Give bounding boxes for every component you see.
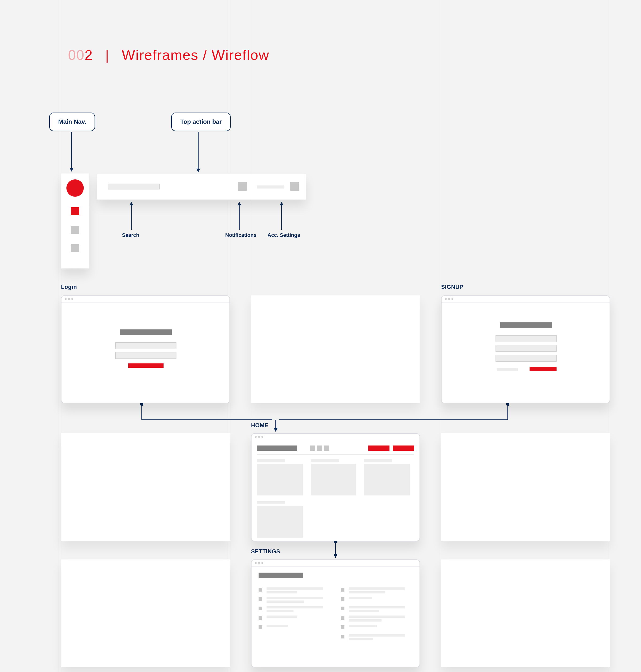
page-number-prefix: 00 <box>68 47 85 63</box>
main-nav-thumbnail <box>61 173 89 268</box>
sublabel-notifications: Notifications <box>225 232 257 238</box>
card-placeholder <box>257 506 303 538</box>
signup-heading-placeholder <box>500 322 552 328</box>
window-chrome <box>62 296 230 303</box>
top-action-bar-thumbnail <box>97 174 306 199</box>
label-settings: SETTINGS <box>251 548 280 555</box>
window-chrome <box>251 434 420 440</box>
blank-panel <box>61 433 230 541</box>
window-signup <box>441 295 610 403</box>
card-placeholder <box>364 464 410 495</box>
card-caption <box>257 459 285 462</box>
login-submit-placeholder <box>128 363 164 368</box>
blank-panel <box>61 559 230 667</box>
settings-column <box>341 586 411 643</box>
signup-submit-placeholder <box>530 367 557 371</box>
page-title-text: Wireframes / Wireflow <box>122 47 269 63</box>
label-login: Login <box>61 284 77 290</box>
nav-item <box>71 244 79 252</box>
card-caption <box>257 501 285 504</box>
settings-heading-placeholder <box>259 573 303 578</box>
title-separator: | <box>105 47 110 63</box>
window-settings <box>251 559 420 667</box>
page-number: 2 <box>85 47 93 63</box>
username-placeholder <box>257 185 284 188</box>
settings-column <box>259 586 329 633</box>
blank-panel <box>441 433 610 541</box>
signup-field-placeholder <box>495 355 557 362</box>
signup-field-placeholder <box>495 335 557 342</box>
label-home: HOME <box>251 422 269 429</box>
window-chrome <box>251 560 420 566</box>
sublabel-search: Search <box>122 232 139 238</box>
divider <box>257 454 414 455</box>
blank-panel <box>441 559 610 667</box>
notifications-icon-placeholder <box>238 182 247 191</box>
account-settings-icon-placeholder <box>290 182 299 191</box>
nav-logo-placeholder <box>66 179 84 197</box>
card-caption <box>311 459 339 462</box>
home-heading-placeholder <box>257 446 297 451</box>
window-home <box>251 433 420 541</box>
card-placeholder <box>311 464 356 495</box>
callout-main-nav: Main Nav. <box>49 113 95 131</box>
wireflow-page: 002 | Wireframes / Wireflow Main Nav. To… <box>0 0 641 672</box>
search-input-placeholder <box>108 184 160 190</box>
card-caption <box>364 459 392 462</box>
signup-field-placeholder <box>495 345 557 352</box>
card-placeholder <box>257 464 303 495</box>
page-title: 002 | Wireframes / Wireflow <box>68 47 269 63</box>
login-field-placeholder <box>115 342 176 349</box>
blank-panel <box>251 295 420 403</box>
home-cta-placeholder <box>393 446 414 451</box>
nav-item-active <box>71 207 79 215</box>
callout-top-action-bar: Top action bar <box>171 113 231 131</box>
sublabel-account: Acc. Settings <box>268 232 300 238</box>
label-signup: SIGNUP <box>441 284 463 290</box>
home-cta-placeholder <box>368 446 390 451</box>
nav-item <box>71 226 79 234</box>
window-chrome <box>441 296 610 303</box>
signup-secondary-link-placeholder <box>497 368 518 371</box>
login-heading-placeholder <box>120 330 172 335</box>
window-login <box>61 295 230 403</box>
login-field-placeholder <box>115 352 176 359</box>
home-filter-icons <box>310 446 331 452</box>
